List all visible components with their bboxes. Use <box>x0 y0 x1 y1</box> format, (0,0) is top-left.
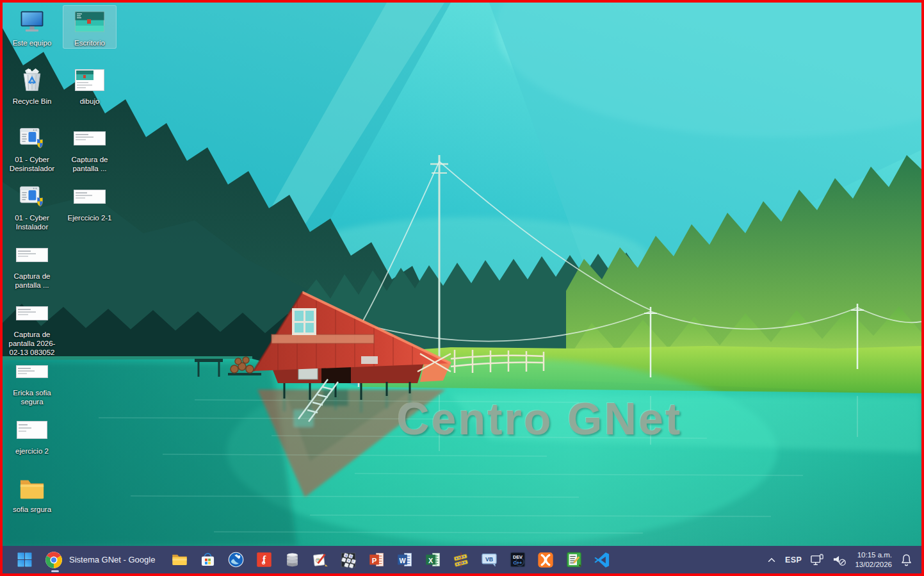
screenshot-thumbnail-icon <box>16 306 48 320</box>
desktop-icon-dibujo[interactable]: dibujo <box>63 63 117 107</box>
taskbar-dev-cpp-button[interactable]: DEV C++ <box>503 547 531 573</box>
desktop-icon-captura-2026[interactable]: Captura de pantalla 2026-02-13 083052 <box>5 297 59 358</box>
screenshot-thumbnail-icon <box>16 248 48 262</box>
image-thumbnail-icon <box>75 12 104 32</box>
system-tray: ESP 10:15 a.m. 13/02/2026 <box>766 550 921 570</box>
installer-icon <box>17 183 47 211</box>
desktop-icon-cyber-desinstalador[interactable]: 01 - Cyber Desinstalador <box>5 122 59 174</box>
svg-text:DEV: DEV <box>513 554 523 560</box>
powerpoint-icon: P <box>368 551 385 568</box>
active-task-chrome[interactable]: Sistema GNet - Google <box>38 547 165 573</box>
bell-icon <box>900 554 912 566</box>
svg-text:C++: C++ <box>513 560 522 566</box>
screenshot-thumbnail-icon <box>16 365 48 378</box>
wallpaper-watermark: Centro GNet <box>397 393 682 445</box>
folder-icon <box>17 475 47 501</box>
blue-circle-app-icon <box>227 551 245 568</box>
paint-pencil-app-icon <box>312 551 329 568</box>
desktop-icon-ericka[interactable]: Ericka sofia segura <box>5 355 59 407</box>
chrome-icon <box>45 551 63 569</box>
taskbar-xampp-button[interactable] <box>531 547 560 573</box>
vscode-icon <box>593 551 611 569</box>
screenshot-thumbnail-icon <box>74 131 106 145</box>
visual-basic-icon: VB <box>480 551 498 569</box>
desktop-icon-captura-col2[interactable]: Captura de pantalla ... <box>63 122 117 174</box>
excel-icon: X <box>425 551 442 568</box>
installer-icon <box>17 124 47 152</box>
hidden-icons-chevron[interactable] <box>766 556 777 564</box>
running-indicator <box>51 570 59 572</box>
taskbar: Sistema GNet - Google f <box>3 546 921 573</box>
screenshot-thumbnail-icon <box>74 190 106 204</box>
taskbar-word-button[interactable]: W <box>391 547 419 573</box>
taskbar-database-app-button[interactable] <box>278 547 306 573</box>
active-task-label: Sistema GNet - Google <box>69 555 155 564</box>
svg-text:W: W <box>399 557 406 564</box>
taskbar-powerpoint-button[interactable]: P <box>362 547 391 573</box>
svg-text:P: P <box>372 557 377 564</box>
taskbar-file-explorer-button[interactable] <box>165 547 193 573</box>
database-app-icon <box>284 551 301 568</box>
desktop-icon-recycle-bin[interactable]: Recycle Bin <box>5 63 59 107</box>
red-f-app-icon: f <box>255 551 273 568</box>
taskbar-excel-button[interactable]: X <box>419 547 447 573</box>
volume-muted-tray-button[interactable] <box>832 554 847 566</box>
word-icon: W <box>396 551 414 568</box>
windows-start-icon <box>17 552 33 568</box>
microsoft-store-icon <box>199 551 216 568</box>
ethernet-network-icon <box>810 554 824 566</box>
desktop-icon-captura-1[interactable]: Captura de pantalla ... <box>5 238 59 291</box>
document-thumbnail-icon <box>17 421 47 439</box>
taskbar-microsoft-store-button[interactable] <box>193 547 222 573</box>
start-button[interactable] <box>10 547 38 573</box>
chevron-up-icon <box>766 556 777 564</box>
mecanet-typing-icon <box>452 551 470 569</box>
desktop: Centro GNet Este equipo Recycle Bin <box>3 3 921 546</box>
desktop-icon-escritorio[interactable]: Escritorio <box>63 5 117 49</box>
svg-text:X: X <box>428 557 434 564</box>
taskbar-mecanet-button[interactable] <box>447 547 475 573</box>
taskbar-vscode-button[interactable] <box>588 547 616 573</box>
image-file-icon <box>75 69 104 91</box>
clock-date: 13/02/2026 <box>855 560 892 570</box>
typing-keys-app-icon: QQYI <box>340 552 357 568</box>
volume-muted-icon <box>832 554 847 566</box>
pseint-icon <box>565 551 583 568</box>
desktop-icon-sofia-folder[interactable]: sofia srgura <box>5 472 59 515</box>
dev-cpp-icon: DEV C++ <box>509 551 526 568</box>
taskbar-paint-pencil-app-button[interactable] <box>306 547 334 573</box>
desktop-icon-ejerccicio-2-1[interactable]: Ejerccicio 2-1 <box>63 180 117 224</box>
clock-time: 10:15 a.m. <box>855 550 892 560</box>
desktop-icon-ejercicio-2[interactable]: ejercicio 2 <box>5 413 59 457</box>
taskbar-pseint-button[interactable] <box>560 547 588 573</box>
network-tray-button[interactable] <box>810 554 824 566</box>
desktop-icon-cyber-instalador[interactable]: 01 - Cyber Instalador <box>5 180 59 233</box>
svg-text:VB: VB <box>485 556 493 563</box>
this-pc-icon <box>18 8 46 36</box>
desktop-icon-este-equipo[interactable]: Este equipo <box>5 5 59 49</box>
notifications-button[interactable] <box>900 554 912 566</box>
screenshot-frame: Centro GNet Este equipo Recycle Bin <box>0 0 924 576</box>
file-explorer-icon <box>171 551 188 568</box>
taskbar-visual-basic-button[interactable]: VB <box>475 547 503 573</box>
xampp-icon <box>537 551 555 569</box>
taskbar-blue-circle-app-button[interactable] <box>222 547 250 573</box>
recycle-bin-icon <box>18 66 46 94</box>
taskbar-clock[interactable]: 10:15 a.m. 13/02/2026 <box>855 550 892 570</box>
wallpaper-illustration <box>3 3 921 546</box>
taskbar-red-f-app-button[interactable]: f <box>250 547 278 573</box>
taskbar-typing-keys-app-button[interactable]: QQYI <box>334 547 362 573</box>
language-indicator[interactable]: ESP <box>785 555 802 564</box>
